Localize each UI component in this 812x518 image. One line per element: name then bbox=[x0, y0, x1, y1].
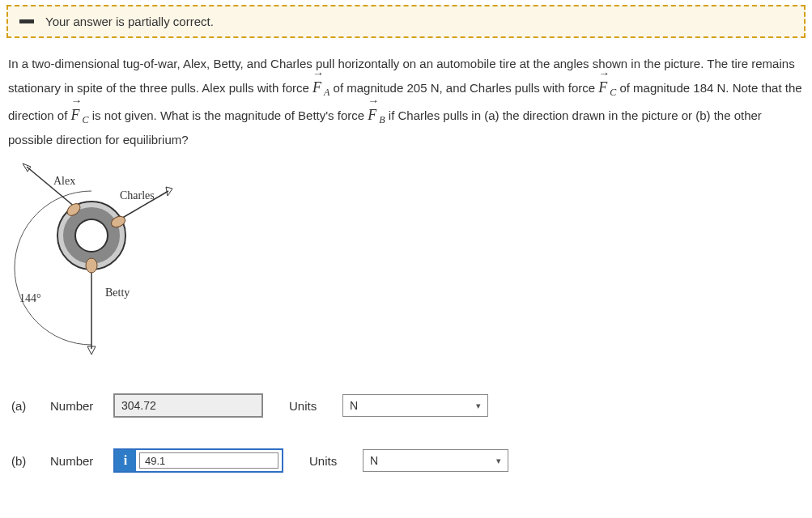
part-a-label: (a) bbox=[11, 399, 42, 413]
chevron-down-icon: ▾ bbox=[476, 401, 481, 411]
chevron-down-icon: ▾ bbox=[496, 456, 501, 466]
units-value-a: N bbox=[350, 399, 358, 412]
vector-fc2: FC bbox=[71, 108, 92, 122]
vector-fb: FB bbox=[368, 108, 389, 122]
number-input-b[interactable]: 49.1 bbox=[139, 452, 278, 469]
units-select-a[interactable]: N ▾ bbox=[342, 394, 488, 417]
vector-fa: FA bbox=[312, 81, 334, 95]
units-value-b: N bbox=[370, 454, 378, 467]
svg-point-11 bbox=[86, 258, 97, 273]
problem-statement: In a two-dimensional tug-of-war, Alex, B… bbox=[6, 53, 806, 151]
figure-svg bbox=[6, 159, 217, 361]
number-input-b-wrap: i 49.1 bbox=[113, 448, 283, 473]
minus-icon bbox=[19, 19, 34, 23]
number-input-a[interactable]: 304.72 bbox=[113, 393, 263, 418]
info-icon[interactable]: i bbox=[115, 450, 136, 471]
problem-mid3: is not given. What is the magnitude of B… bbox=[92, 108, 368, 122]
units-label-a: Units bbox=[289, 399, 329, 413]
vector-fc: FC bbox=[598, 81, 619, 95]
svg-point-2 bbox=[75, 219, 108, 252]
answer-row-a: (a) Number 304.72 Units N ▾ bbox=[11, 393, 801, 418]
units-select-b[interactable]: N ▾ bbox=[363, 449, 508, 472]
label-betty: Betty bbox=[105, 287, 130, 299]
units-label-b: Units bbox=[309, 454, 350, 468]
figure: Alex Charles Betty 144° bbox=[6, 159, 217, 361]
number-label-a: Number bbox=[50, 399, 105, 413]
number-label-b: Number bbox=[50, 454, 105, 468]
number-input-a-wrap: 304.72 bbox=[113, 393, 263, 418]
status-banner: Your answer is partially correct. bbox=[6, 5, 806, 38]
label-charles: Charles bbox=[120, 189, 155, 202]
answer-row-b: (b) Number i 49.1 Units N ▾ bbox=[11, 448, 801, 473]
answers-section: (a) Number 304.72 Units N ▾ (b) Number i… bbox=[6, 393, 806, 473]
status-text: Your answer is partially correct. bbox=[45, 15, 214, 28]
part-b-label: (b) bbox=[11, 454, 42, 468]
svg-marker-4 bbox=[23, 163, 31, 172]
svg-marker-7 bbox=[166, 187, 172, 196]
label-angle: 144° bbox=[19, 292, 41, 305]
label-alex: Alex bbox=[53, 175, 75, 188]
